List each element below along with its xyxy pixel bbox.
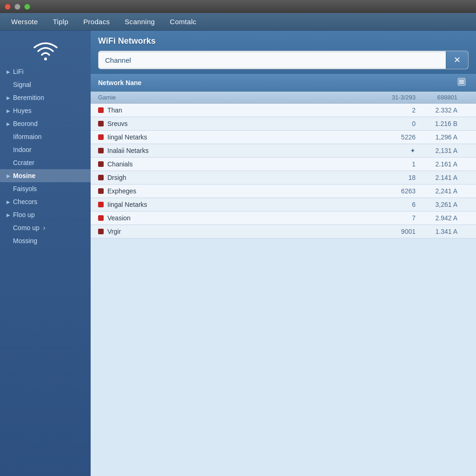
network-indicator — [98, 121, 104, 126]
channel-label: Channel — [99, 53, 446, 68]
network-name: Inalaii Netarks — [107, 147, 374, 154]
arrow-icon: ▶ — [7, 173, 10, 178]
network-row[interactable]: Vrgir 9001 1.341 A — [91, 225, 476, 238]
menu-prodacs[interactable]: Prodacs — [77, 15, 116, 28]
network-val: 1,296 A — [416, 133, 457, 141]
networks-list[interactable]: Than 2 2.332 A Sreuvs 0 1.216 B Iingal N… — [91, 104, 476, 476]
sidebar-item-mossing[interactable]: Mossing — [0, 234, 91, 247]
network-num: 18 — [374, 174, 416, 181]
table-subheader: Gamie 31-3/293 698801 — [91, 92, 476, 104]
sidebar-item-checors[interactable]: ▶ Checors — [0, 195, 91, 208]
sidebar-item-floo-up[interactable]: ▶ Floo up — [0, 208, 91, 221]
arrow-icon: ▶ — [7, 121, 10, 126]
sidebar: ▶ LiFi Signal ▶ Beremition ▶ Huyes ▶ Beo… — [0, 31, 91, 476]
arrow-icon: ▶ — [7, 69, 10, 74]
network-indicator — [98, 215, 104, 221]
sidebar-item-faisyols[interactable]: Faisyols — [0, 182, 91, 195]
network-val: 2,241 A — [416, 187, 457, 195]
network-name: Sreuvs — [107, 120, 374, 127]
sidebar-item-ccrater[interactable]: Ccrater — [0, 156, 91, 169]
network-indicator — [98, 188, 104, 194]
network-indicator — [98, 229, 104, 234]
maximize-button[interactable] — [24, 4, 30, 10]
network-indicator — [98, 134, 104, 140]
channel-close-button[interactable]: ✕ — [446, 51, 468, 69]
sidebar-item-beremition[interactable]: ▶ Beremition — [0, 91, 91, 104]
network-num: 1 — [374, 160, 416, 168]
arrow-icon: ▶ — [7, 95, 10, 100]
network-val: 2.332 A — [416, 106, 457, 114]
sidebar-item-signal[interactable]: Signal — [0, 78, 91, 91]
network-name: Expheges — [107, 187, 374, 195]
network-row[interactable]: Iingal Netarks 5226 1,296 A — [91, 131, 476, 144]
menu-scanning[interactable]: Scanning — [118, 15, 161, 28]
network-name: Chanials — [107, 160, 374, 168]
network-num: 0 — [374, 120, 416, 127]
channel-bar: Channel ✕ — [98, 51, 469, 69]
network-num: 6263 — [374, 187, 416, 195]
sidebar-item-lifi[interactable]: ▶ LiFi — [0, 65, 91, 78]
network-name: Drsigh — [107, 174, 374, 181]
content-header: WiFi Networks Channel ✕ — [91, 31, 476, 74]
network-row[interactable]: Veasion 7 2.942 A — [91, 212, 476, 225]
col-header-icon — [457, 78, 469, 87]
subheader-col3: 698801 — [416, 94, 457, 101]
sidebar-item-mosine[interactable]: ▶ Mosine — [0, 169, 91, 182]
network-row[interactable]: Expheges 6263 2,241 A — [91, 185, 476, 198]
network-name: Veasion — [107, 214, 374, 222]
network-val: 2.942 A — [416, 214, 457, 222]
table-header: Network Nane — [91, 74, 476, 92]
network-indicator — [98, 161, 104, 167]
arrow-icon: ▶ — [7, 199, 10, 205]
network-val: 1.216 B — [416, 120, 457, 127]
network-name: Iingal Netarks — [107, 133, 374, 141]
sidebar-item-beorond[interactable]: ▶ Beorond — [0, 117, 91, 130]
network-row[interactable]: Than 2 2.332 A — [91, 104, 476, 117]
network-val: 3,261 A — [416, 201, 457, 208]
subheader-col2: 31-3/293 — [374, 94, 416, 101]
network-num: 5226 — [374, 133, 416, 141]
menu-tiplp[interactable]: Tiplp — [46, 15, 75, 28]
wifi-icon — [0, 35, 91, 65]
network-name: Vrgir — [107, 228, 374, 235]
minimize-button[interactable] — [14, 4, 20, 10]
sidebar-item-information[interactable]: Iiformaion — [0, 130, 91, 143]
network-num: 6 — [374, 201, 416, 208]
close-button[interactable] — [5, 4, 11, 10]
menu-wersote[interactable]: Wersote — [5, 15, 45, 28]
network-name: Than — [107, 106, 374, 114]
network-val: 2,131 A — [416, 147, 457, 154]
content-area: WiFi Networks Channel ✕ Network Nane Gam… — [91, 31, 476, 476]
network-num: 2 — [374, 106, 416, 114]
menubar: Wersote Tiplp Prodacs Scanning Comtalc — [0, 13, 476, 31]
sidebar-item-como-up[interactable]: Como up › — [0, 221, 91, 234]
arrow-icon: ▶ — [7, 212, 10, 218]
sidebar-item-huyes[interactable]: ▶ Huyes — [0, 104, 91, 117]
network-num: 7 — [374, 214, 416, 222]
network-indicator — [98, 148, 104, 153]
col-header-name: Network Nane — [98, 79, 457, 86]
network-row[interactable]: Sreuvs 0 1.216 B — [91, 117, 476, 131]
network-row[interactable]: Iingal Netarks 6 3,261 A — [91, 198, 476, 212]
network-val: 2.141 A — [416, 174, 457, 181]
network-name: Iingal Netarks — [107, 201, 374, 208]
sidebar-item-indoor[interactable]: Indoor — [0, 143, 91, 156]
subheader-col1: Gamie — [98, 94, 374, 101]
svg-point-0 — [44, 58, 47, 60]
network-row[interactable]: Inalaii Netarks ✦ 2,131 A — [91, 144, 476, 158]
chevron-right-icon: › — [43, 224, 46, 231]
network-val: 1.341 A — [416, 228, 457, 235]
main-container: ▶ LiFi Signal ▶ Beremition ▶ Huyes ▶ Beo… — [0, 31, 476, 476]
network-indicator — [98, 175, 104, 180]
network-val: 2.161 A — [416, 160, 457, 168]
network-row[interactable]: Drsigh 18 2.141 A — [91, 171, 476, 185]
network-indicator — [98, 202, 104, 207]
arrow-icon: ▶ — [7, 108, 10, 113]
network-indicator — [98, 107, 104, 113]
page-title: WiFi Networks — [98, 36, 469, 46]
network-num: ✦ — [374, 147, 416, 154]
network-num: 9001 — [374, 228, 416, 235]
network-row[interactable]: Chanials 1 2.161 A — [91, 158, 476, 171]
titlebar — [0, 0, 476, 13]
menu-comtalc[interactable]: Comtalc — [163, 15, 203, 28]
